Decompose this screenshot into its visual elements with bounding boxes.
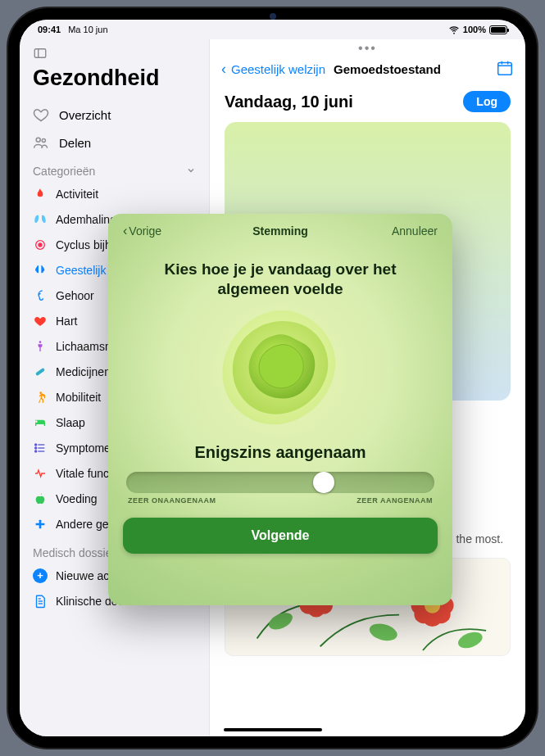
sidebar-topbar xyxy=(20,44,209,64)
svg-point-13 xyxy=(35,447,37,449)
heart-icon xyxy=(33,314,48,328)
slider-track[interactable] xyxy=(126,472,434,493)
category-label: Mobiliteit xyxy=(56,391,101,404)
category-label: Medicijnen xyxy=(56,365,111,378)
sidebar-category-flame[interactable]: Activiteit xyxy=(20,181,209,206)
screen: 09:41 Ma 10 jun 100% Gezondheid xyxy=(20,20,525,736)
battery-icon xyxy=(489,25,507,34)
modal-header: ‹ Vorige Stemming Annuleer xyxy=(123,224,438,238)
lungs-icon xyxy=(33,212,48,227)
plus-icon xyxy=(33,517,48,532)
svg-point-24 xyxy=(266,609,295,633)
document-icon xyxy=(33,594,48,609)
mood-slider[interactable]: ZEER ONAANGENAAM ZEER AANGENAAM xyxy=(126,472,434,505)
svg-point-26 xyxy=(456,629,484,651)
chevron-down-icon xyxy=(186,165,196,178)
sidebar-item-share[interactable]: Delen xyxy=(20,129,209,156)
category-label: Gehoor xyxy=(56,289,94,302)
wifi-icon xyxy=(448,24,460,35)
plus-circle-icon: + xyxy=(33,568,48,583)
bed-icon xyxy=(33,415,48,430)
svg-point-5 xyxy=(39,243,42,247)
people-icon xyxy=(33,134,49,151)
camera-dot xyxy=(270,13,276,20)
mood-log-modal: ‹ Vorige Stemming Annuleer Kies hoe je j… xyxy=(108,214,452,605)
category-label: Activiteit xyxy=(56,188,98,201)
status-bar: 09:41 Ma 10 jun 100% xyxy=(20,20,525,39)
svg-point-12 xyxy=(35,444,37,446)
calendar-icon[interactable] xyxy=(496,59,514,77)
section-label: Categorieën xyxy=(33,165,95,178)
sidebar-toggle-icon[interactable] xyxy=(33,46,48,61)
breadcrumb-parent[interactable]: Geestelijk welzijn xyxy=(231,62,325,76)
multitask-dots[interactable]: ••• xyxy=(210,39,525,57)
heart-outline-icon xyxy=(33,106,49,123)
status-time: 09:41 xyxy=(38,25,61,34)
svg-point-3 xyxy=(42,138,45,142)
sidebar-categories-header[interactable]: Categorieën xyxy=(20,156,209,181)
today-header: Vandaag, 10 juni Log xyxy=(210,86,525,122)
modal-back-label: Vorige xyxy=(129,224,161,238)
sidebar-item-overview[interactable]: Overzicht xyxy=(20,101,209,129)
pill-icon xyxy=(33,364,48,379)
chevron-left-icon: ‹ xyxy=(123,224,127,238)
slider-thumb[interactable] xyxy=(313,472,334,493)
vitals-icon xyxy=(33,466,48,481)
slider-max-label: ZEER AANGENAAM xyxy=(357,496,433,505)
app-body: Gezondheid Overzicht Delen Categorieën xyxy=(20,39,525,736)
category-label: Voeding xyxy=(56,492,98,505)
brain-icon xyxy=(33,263,48,278)
device-frame: 09:41 Ma 10 jun 100% Gezondheid xyxy=(8,8,537,748)
slider-min-label: ZEER ONAANGENAAM xyxy=(128,496,216,505)
svg-point-14 xyxy=(35,450,37,452)
svg-rect-16 xyxy=(36,523,45,525)
status-right: 100% xyxy=(448,24,507,35)
walk-icon xyxy=(33,390,48,405)
mood-blob xyxy=(123,302,438,441)
sidebar-title: Gezondheid xyxy=(20,64,209,101)
sidebar-item-label: Delen xyxy=(59,136,91,150)
home-indicator[interactable] xyxy=(224,728,322,731)
chevron-left-icon[interactable]: ‹ xyxy=(221,61,226,78)
main-breadcrumb: ‹ Geestelijk welzijn Gemoedstoestand xyxy=(210,57,525,86)
status-date: Ma 10 jun xyxy=(68,25,107,34)
section-label: Medisch dossier xyxy=(33,546,116,559)
modal-back-button[interactable]: ‹ Vorige xyxy=(123,224,161,238)
modal-title: Stemming xyxy=(252,224,308,238)
flame-icon xyxy=(33,187,48,201)
status-left: 09:41 Ma 10 jun xyxy=(38,25,108,34)
apple-icon xyxy=(33,491,48,506)
svg-rect-0 xyxy=(34,49,46,58)
svg-point-2 xyxy=(36,138,40,142)
sidebar-item-label: Overzicht xyxy=(59,108,111,122)
svg-rect-7 xyxy=(35,367,45,375)
next-button[interactable]: Volgende xyxy=(123,518,438,554)
modal-cancel-button[interactable]: Annuleer xyxy=(392,224,438,238)
body-icon xyxy=(33,339,48,354)
ear-icon xyxy=(33,288,48,303)
list-icon xyxy=(33,441,48,455)
svg-point-25 xyxy=(368,621,400,644)
svg-rect-20 xyxy=(498,63,512,75)
cycle-icon xyxy=(33,238,48,252)
svg-point-6 xyxy=(39,341,42,343)
mood-value-label: Enigszins aangenaam xyxy=(123,443,438,462)
mood-blob-icon xyxy=(211,302,350,441)
modal-prompt: Kies hoe je je vandaag over het algemeen… xyxy=(141,260,420,299)
category-label: Slaap xyxy=(56,416,85,429)
category-label: Hart xyxy=(56,315,77,328)
svg-point-8 xyxy=(39,392,42,394)
category-label: Ademhaling xyxy=(56,213,116,226)
today-title: Vandaag, 10 juni xyxy=(225,93,353,111)
slider-labels: ZEER ONAANGENAAM ZEER AANGENAAM xyxy=(126,496,434,505)
log-button[interactable]: Log xyxy=(463,91,511,112)
breadcrumb-current: Gemoedstoestand xyxy=(334,62,441,76)
status-battery-pct: 100% xyxy=(463,25,486,34)
